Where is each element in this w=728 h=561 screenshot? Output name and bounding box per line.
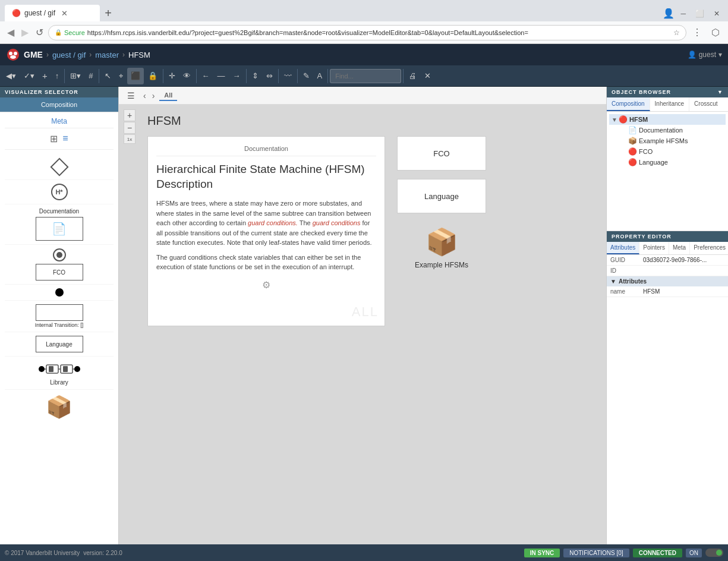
sidebar-item-circle-dot[interactable] <box>5 285 114 301</box>
ob-tab-inheritance[interactable]: Inheritance <box>650 97 689 111</box>
on-toggle-btn[interactable]: ON <box>686 549 702 557</box>
list-view-icon[interactable]: ≡ <box>62 133 68 144</box>
ob-tab-crosscut[interactable]: Crosscut <box>689 97 722 111</box>
documentation-card[interactable]: Documentation Hierarchical Finite State … <box>147 136 385 326</box>
forward-button[interactable]: ▶ <box>19 26 31 39</box>
toolbar-check-btn[interactable]: ✓▾ <box>20 68 38 84</box>
example-hfsms-card[interactable]: 📦 Example HFSMs <box>397 222 486 274</box>
zoom-out-btn[interactable]: − <box>124 122 135 134</box>
sidebar-item-hstar[interactable]: H* <box>5 180 114 204</box>
sidebar-item-diamond[interactable] <box>5 155 114 180</box>
toolbar-back-btn[interactable]: ◀▾ <box>2 68 20 84</box>
prop-tab-pointers[interactable]: Pointers <box>639 242 669 254</box>
sidebar-item-documentation[interactable]: Documentation 📄 <box>5 204 114 245</box>
toolbar-vert-btn[interactable]: ⇕ <box>248 68 262 84</box>
tree-item-hfsm[interactable]: ▼ 🔴 HFSM <box>609 114 726 125</box>
user-dropdown-icon[interactable]: ▾ <box>718 51 722 59</box>
breadcrumb-node[interactable]: HFSM <box>128 51 150 59</box>
prop-tab-meta[interactable]: Meta <box>669 242 690 254</box>
tree-item-example-hfsms[interactable]: 📦 Example HFSMs <box>619 135 726 146</box>
tab-bar: 🔴 guest / gif ✕ + 👤 ─ ⬜ ✕ <box>0 0 728 21</box>
canvas-prev-btn[interactable]: ‹ <box>141 91 149 100</box>
canvas-toolbar: ☰ ‹ › All <box>119 87 606 105</box>
in-sync-btn[interactable]: IN SYNC <box>524 549 560 557</box>
fco-canvas-card[interactable]: FCO <box>397 136 486 171</box>
zoom-in-btn[interactable]: + <box>124 109 135 121</box>
toolbar-plus-btn[interactable]: + <box>39 68 51 84</box>
toolbar-grid-btn[interactable]: ⊞▾ <box>67 68 84 84</box>
address-bar[interactable]: 🔒 Secure https://hfsm.rcps.isis.vanderbi… <box>48 25 686 40</box>
ob-tab-composition[interactable]: Composition <box>607 97 650 111</box>
minimize-icon[interactable]: ─ <box>677 10 689 18</box>
toolbar-dash-btn[interactable]: — <box>214 68 229 84</box>
canvas-all-label[interactable]: All <box>159 90 177 101</box>
tree-toggle-hfsm[interactable]: ▼ <box>612 116 619 123</box>
canvas-main[interactable]: + − 1x HFSM Documentation Hierarchical F… <box>119 105 606 544</box>
close-icon[interactable]: ✕ <box>710 10 723 18</box>
sidebar-item-box[interactable]: 📦 <box>5 390 114 424</box>
connected-btn[interactable]: CONNECTED <box>633 549 682 557</box>
breadcrumb-branch[interactable]: master <box>95 51 119 59</box>
toolbar-hash-btn[interactable]: # <box>85 68 96 84</box>
composition-tab[interactable]: Composition <box>0 97 118 112</box>
prop-key-id: ID <box>610 267 643 274</box>
toolbar-text-btn[interactable]: A <box>314 68 326 84</box>
toolbar-left-arrow-btn[interactable]: ← <box>198 68 213 84</box>
toggle-slider[interactable] <box>705 549 723 557</box>
toolbar-right-arrow-btn[interactable]: → <box>229 68 244 84</box>
secure-label: Secure <box>64 29 85 36</box>
reload-button[interactable]: ↺ <box>33 26 46 39</box>
grid-view-icon[interactable]: ⊞ <box>50 133 58 144</box>
maximize-icon[interactable]: ⬜ <box>692 10 708 18</box>
toolbar-eye-btn[interactable]: 👁 <box>179 68 194 84</box>
notifications-btn[interactable]: NOTIFICATIONS [0] <box>563 549 629 557</box>
toolbar-up-btn[interactable]: ↑ <box>52 68 63 84</box>
toolbar-wave-btn[interactable]: 〰 <box>281 68 295 84</box>
doc-card-gear[interactable]: ⚙ <box>156 279 376 291</box>
toolbar-pencil-btn[interactable]: ✎ <box>300 68 313 84</box>
bookmark-icon[interactable]: ☆ <box>673 29 680 37</box>
toolbar-crosshair-btn[interactable]: ⌖ <box>115 68 127 84</box>
tree-item-language[interactable]: 🔴 Language <box>619 157 726 168</box>
canvas-area: ☰ ‹ › All + − 1x HFSM Document <box>119 87 606 544</box>
toolbar-horiz-btn[interactable]: ⇔ <box>263 68 276 84</box>
prop-tab-attributes[interactable]: Attributes <box>607 242 639 254</box>
browser-menu-button[interactable]: ⋮ <box>689 26 705 39</box>
extensions-button[interactable]: ⬡ <box>708 26 723 39</box>
toolbar-lock-btn[interactable]: 🔒 <box>144 68 161 84</box>
sidebar-item-language[interactable]: Language <box>5 332 114 357</box>
toolbar-active-btn[interactable]: ⬛ <box>127 68 144 84</box>
view-icons-row: ⊞ ≡ <box>5 131 114 150</box>
sidebar-item-internal-transition[interactable]: Internal Transition: [] <box>5 301 114 332</box>
example-hfsms-icon: 📦 <box>426 226 458 257</box>
active-tab[interactable]: 🔴 guest / gif ✕ <box>5 5 100 21</box>
user-profile-icon[interactable]: 👤 <box>663 8 675 19</box>
back-button[interactable]: ◀ <box>5 26 17 39</box>
svg-point-3 <box>10 55 16 59</box>
tree-item-fco[interactable]: 🔴 FCO <box>619 146 726 157</box>
toolbar-cursor-btn[interactable]: ↖ <box>101 68 115 84</box>
tree-item-documentation[interactable]: 📄 Documentation <box>619 125 726 135</box>
prop-tab-preferences[interactable]: Preferences <box>690 242 728 254</box>
search-input[interactable] <box>330 69 401 83</box>
left-sidebar: VISUALIZER SELECTOR Composition Meta ⊞ ≡… <box>0 87 119 544</box>
prop-val-name[interactable]: HFSM <box>643 288 724 295</box>
new-tab-area[interactable]: + <box>100 5 116 21</box>
canvas-next-btn[interactable]: › <box>150 91 157 100</box>
sidebar-item-fco[interactable]: FCO <box>5 245 114 285</box>
toolbar-print-btn[interactable]: 🖨 <box>405 68 420 84</box>
prop-section-collapse-icon[interactable]: ▼ <box>610 278 616 285</box>
sidebar-item-library[interactable]: Library <box>5 357 114 390</box>
username[interactable]: guest <box>699 51 716 59</box>
tab-close-icon[interactable]: ✕ <box>61 9 68 18</box>
prop-key-name: name <box>610 288 643 295</box>
toolbar-cross-btn[interactable]: ✛ <box>165 68 179 84</box>
meta-link[interactable]: Meta <box>5 115 114 128</box>
canvas-list-btn[interactable]: ☰ <box>124 90 138 102</box>
breadcrumb-project[interactable]: guest / gif <box>52 51 86 59</box>
zoom-reset-btn[interactable]: 1x <box>124 134 135 144</box>
example-hfsms-label: Example HFSMs <box>415 261 468 269</box>
filter-icon[interactable]: ▼ <box>717 89 723 95</box>
toolbar-close2-btn[interactable]: ✕ <box>421 68 434 84</box>
language-canvas-card[interactable]: Language <box>397 179 486 213</box>
